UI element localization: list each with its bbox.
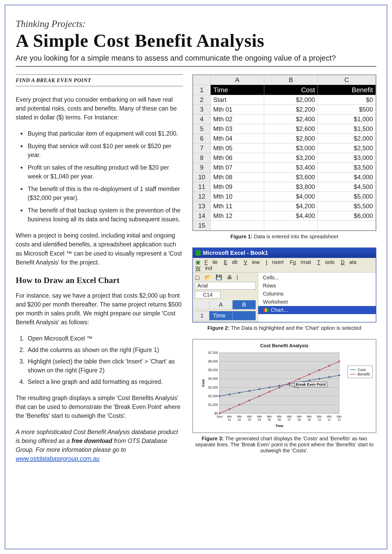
menu-edit[interactable]: Edit bbox=[224, 259, 237, 265]
cell: $2,600 bbox=[264, 124, 318, 134]
header-row: 1 Time Cost Benefit bbox=[193, 85, 376, 95]
cell: Mth 02 bbox=[211, 114, 264, 124]
bullet-list: Buying that particular item of equipment… bbox=[16, 129, 183, 224]
svg-rect-60 bbox=[249, 400, 250, 401]
table-row: 10Mth 08$3,600$4,000 bbox=[193, 172, 376, 182]
cell: $3,800 bbox=[264, 182, 318, 192]
svg-rect-49 bbox=[269, 387, 270, 388]
cell: Mth 03 bbox=[211, 124, 264, 134]
menu-format[interactable]: Format bbox=[290, 259, 311, 265]
list-item: Buying that service will cost $10 per we… bbox=[26, 142, 183, 159]
svg-text:Time: Time bbox=[275, 424, 283, 428]
name-box[interactable]: C14 bbox=[195, 291, 221, 299]
svg-rect-46 bbox=[239, 392, 240, 393]
svg-rect-63 bbox=[279, 387, 280, 388]
svg-rect-65 bbox=[298, 378, 300, 379]
figure3-caption: Figure 3: The generated chart displays t… bbox=[192, 436, 376, 454]
caption-label: Figure 3: bbox=[202, 436, 224, 441]
cell: Mth 05 bbox=[211, 143, 264, 153]
menu-item-worksheet[interactable]: Worksheet bbox=[258, 298, 376, 306]
cell: Mth 10 bbox=[211, 192, 264, 201]
col-header: A bbox=[209, 300, 233, 309]
svg-text:07: 07 bbox=[288, 418, 291, 421]
svg-text:Mth: Mth bbox=[307, 415, 312, 418]
caption-text: The Data is highlighted and the 'Chart' … bbox=[229, 325, 361, 331]
svg-text:$4,000: $4,000 bbox=[208, 377, 218, 380]
left-column: FIND A BREAK EVEN POINT Every project th… bbox=[16, 74, 183, 470]
menu-file[interactable]: File bbox=[205, 259, 218, 265]
menu-insert[interactable]: Insert bbox=[266, 259, 284, 265]
mini-grid: A B bbox=[195, 300, 256, 309]
header-cell: Benefit bbox=[318, 85, 376, 95]
document-page: Thinking Projects: A Simple Cost Benefit… bbox=[5, 5, 387, 549]
cell: $5,500 bbox=[318, 201, 376, 211]
right-column: A B C 1 Time Cost Benefit 2Start$2,000$0… bbox=[192, 74, 376, 470]
open-icon[interactable]: 📂 bbox=[205, 274, 213, 280]
row-number: 4 bbox=[193, 114, 211, 124]
figure2-excel-window: Microsoft Excel - Book1 ▣ File Edit View… bbox=[192, 247, 376, 322]
svg-text:Start: Start bbox=[216, 415, 222, 418]
table-row: 11Mth 09$3,800$4,500 bbox=[193, 182, 376, 192]
svg-text:$2,000: $2,000 bbox=[208, 394, 218, 398]
list-item: Buying that particular item of equipment… bbox=[26, 129, 183, 138]
row-number: 2 bbox=[193, 95, 211, 105]
cell: $1,000 bbox=[318, 114, 376, 124]
svg-text:01: 01 bbox=[228, 418, 231, 421]
row-number: 9 bbox=[193, 163, 211, 172]
menu-data[interactable]: Data bbox=[341, 259, 356, 265]
table-row: 12Mth 10$4,000$5,000 bbox=[193, 192, 376, 201]
cell: Mth 12 bbox=[211, 211, 264, 221]
table-row: 6Mth 04$2,800$2,000 bbox=[193, 134, 376, 143]
menu-item-cells[interactable]: Cells... bbox=[258, 274, 376, 282]
svg-text:03: 03 bbox=[248, 418, 251, 421]
window-title: Microsoft Excel - Book1 bbox=[203, 250, 268, 256]
svg-rect-47 bbox=[249, 390, 250, 392]
menu-item-columns[interactable]: Columns bbox=[258, 290, 376, 298]
cell: $500 bbox=[318, 105, 376, 114]
svg-rect-68 bbox=[328, 365, 330, 367]
cell: Mth 11 bbox=[211, 201, 264, 211]
svg-text:$5,000: $5,000 bbox=[208, 368, 218, 372]
break-even-annotation: Break Even Point bbox=[295, 382, 327, 387]
cell: Time bbox=[209, 311, 233, 320]
cell: $4,200 bbox=[264, 201, 318, 211]
new-icon[interactable]: ▢ bbox=[195, 274, 201, 280]
table-row: 8Mth 06$3,200$3,000 bbox=[193, 153, 376, 163]
menu-tools[interactable]: Tools bbox=[317, 259, 335, 265]
menu-item-rows[interactable]: Rows bbox=[258, 282, 376, 290]
svg-rect-58 bbox=[229, 408, 230, 410]
caption-text: Data is entered into the spreadsheet bbox=[252, 234, 338, 239]
worksheet-icon: ▣ bbox=[195, 259, 200, 265]
svg-rect-44 bbox=[219, 395, 220, 397]
cell: Mth 01 bbox=[211, 105, 264, 114]
toolbar-icons: ▢ 📂 💾 🖶 | bbox=[195, 274, 256, 280]
cell: $3,200 bbox=[264, 153, 318, 163]
cell: $2,800 bbox=[264, 134, 318, 143]
save-icon[interactable]: 💾 bbox=[216, 274, 224, 280]
chart-svg: $0$1,000$2,000$3,000$4,000$5,000$6,000$7… bbox=[201, 350, 368, 429]
footnote: A more sophisticated Cost Benefit Analys… bbox=[16, 428, 183, 463]
spreadsheet-table: A B C 1 Time Cost Benefit 2Start$2,000$0… bbox=[193, 75, 376, 230]
svg-text:04: 04 bbox=[258, 418, 261, 421]
cell: $5,000 bbox=[318, 192, 376, 201]
menu-item-chart[interactable]: Chart... bbox=[258, 306, 376, 314]
font-selector[interactable]: Arial bbox=[195, 282, 256, 290]
corner-cell bbox=[195, 300, 209, 309]
cell: $3,000 bbox=[318, 153, 376, 163]
caption-label: Figure 1: bbox=[230, 234, 252, 239]
row-number: 13 bbox=[193, 201, 211, 211]
cell: $3,600 bbox=[264, 172, 318, 182]
menu-view[interactable]: View bbox=[244, 259, 260, 265]
menu-window[interactable]: Wind bbox=[195, 265, 212, 271]
svg-rect-57 bbox=[219, 413, 220, 414]
corner-cell bbox=[193, 75, 211, 85]
footnote-link[interactable]: www.ostdatabasegroup.com.au bbox=[16, 455, 100, 462]
header: Thinking Projects: A Simple Cost Benefit… bbox=[16, 18, 376, 67]
print-icon[interactable]: 🖶 bbox=[227, 274, 234, 280]
svg-rect-48 bbox=[259, 388, 260, 390]
svg-text:Mth: Mth bbox=[237, 415, 242, 418]
chart-title: Cost Benefit Analysis bbox=[195, 343, 373, 349]
svg-text:Mth: Mth bbox=[317, 415, 321, 418]
table-row: 9Mth 07$3,400$3,500 bbox=[193, 163, 376, 172]
cell: Mth 06 bbox=[211, 153, 264, 163]
